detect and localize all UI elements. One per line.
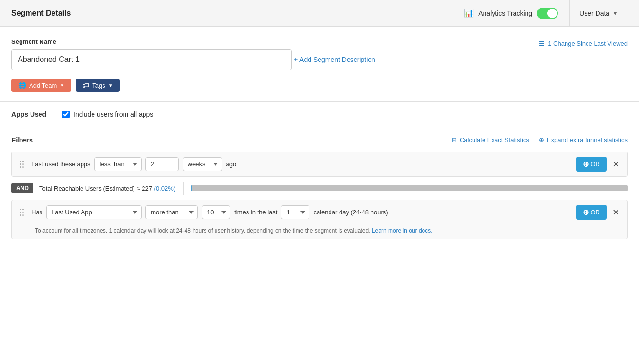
filter-2-or-button[interactable]: ⊕ OR xyxy=(576,205,607,220)
filter-2-note-text: To account for all timezones, 1 calendar… xyxy=(35,227,371,234)
filter-1-or-label: OR xyxy=(591,161,600,168)
segment-name-left: Segment Name Add Segment Description 🌐 A… xyxy=(11,38,375,92)
user-data-label: User Data xyxy=(579,10,609,17)
include-all-apps-label[interactable]: Include users from all apps xyxy=(62,111,153,118)
and-stats-row: AND Total Reachable Users (Estimated) ≈ … xyxy=(11,177,628,200)
stats-text: Total Reachable Users (Estimated) ≈ 227 … xyxy=(39,185,175,192)
filter-1-prefix: Last used these apps xyxy=(31,161,91,168)
filters-header: Filters ⊞ Calculate Exact Statistics ⊕ E… xyxy=(11,136,628,144)
expand-funnel-link[interactable]: ⊕ Expand extra funnel statistics xyxy=(539,136,628,143)
segment-name-label: Segment Name xyxy=(11,38,375,45)
page-title: Segment Details xyxy=(11,9,71,18)
filter-1-period-select[interactable]: hours days weeks months xyxy=(183,157,222,171)
include-all-apps-text: Include users from all apps xyxy=(73,111,153,118)
filter-2-note-link[interactable]: Learn more in our docs. xyxy=(372,227,433,234)
stats-percent: (0.02%) xyxy=(154,185,176,192)
tags-button[interactable]: 🏷 Tags ▼ xyxy=(76,79,119,92)
filter-row-1: Last used these apps less than more than… xyxy=(11,152,628,177)
stats-bar xyxy=(191,185,628,191)
filter-row-2: Has Last Used App First Used App App Ver… xyxy=(11,200,628,239)
add-team-arrow-icon: ▼ xyxy=(60,83,64,88)
change-link[interactable]: ☰ 1 Change Since Last Viewed xyxy=(539,40,628,47)
toggle-knob xyxy=(547,9,557,18)
filter-2-period-select[interactable]: 123 71430 xyxy=(281,205,309,219)
filter-2-or-plus-icon: ⊕ xyxy=(583,208,589,217)
add-team-button[interactable]: 🌐 Add Team ▼ xyxy=(11,79,71,92)
filter-2-drag-handle[interactable] xyxy=(16,207,28,218)
add-description-link[interactable]: Add Segment Description xyxy=(294,56,375,63)
expand-link-text: Expand extra funnel statistics xyxy=(547,136,628,143)
change-link-icon: ☰ xyxy=(539,40,545,47)
analytics-toggle[interactable]: ON xyxy=(537,8,558,19)
filter-row-2-inner: Has Last Used App First Used App App Ver… xyxy=(12,200,627,224)
filter-2-note: To account for all timezones, 1 calendar… xyxy=(12,224,627,239)
filters-title: Filters xyxy=(11,136,33,144)
stats-divider xyxy=(183,182,184,195)
or-plus-icon: ⊕ xyxy=(583,160,589,169)
filter-2-count-select[interactable]: 1235 102050 xyxy=(202,205,230,219)
calculate-stats-link[interactable]: ⊞ Calculate Exact Statistics xyxy=(452,136,529,143)
segment-name-section: Segment Name Add Segment Description 🌐 A… xyxy=(0,27,639,92)
change-since-viewed[interactable]: ☰ 1 Change Since Last Viewed xyxy=(539,38,628,47)
filter-1-or-button[interactable]: ⊕ OR xyxy=(576,157,607,172)
filter-row-1-inner: Last used these apps less than more than… xyxy=(12,152,627,176)
filter-2-attribute-select[interactable]: Last Used App First Used App App Version xyxy=(46,205,142,219)
calc-link-text: Calculate Exact Statistics xyxy=(460,136,529,143)
filter-2-condition-select[interactable]: more than less than exactly xyxy=(145,205,198,219)
filter-2-middle-text: times in the last xyxy=(234,209,277,216)
filter-1-remove-button[interactable]: ✕ xyxy=(610,159,621,170)
stats-main-text: Total Reachable Users (Estimated) ≈ 227 xyxy=(39,185,152,192)
analytics-tracking-section: 📊 Analytics Tracking ON xyxy=(453,0,570,27)
filter-1-drag-handle[interactable] xyxy=(16,159,28,170)
filter-2-prefix: Has xyxy=(31,209,42,216)
globe-icon: 🌐 xyxy=(18,81,26,89)
filter-2-suffix: calendar day (24-48 hours) xyxy=(313,209,388,216)
tags-arrow-icon: ▼ xyxy=(108,83,113,88)
apps-used-section: Apps Used Include users from all apps xyxy=(0,102,639,127)
segment-name-input[interactable] xyxy=(11,49,292,70)
buttons-row: 🌐 Add Team ▼ 🏷 Tags ▼ xyxy=(11,79,375,92)
filter-2-or-label: OR xyxy=(591,209,600,216)
user-data-dropdown[interactable]: User Data ▼ xyxy=(570,0,628,27)
analytics-icon: 📊 xyxy=(464,9,474,18)
app-header: Segment Details 📊 Analytics Tracking ON … xyxy=(0,0,639,27)
expand-icon: ⊕ xyxy=(539,136,544,143)
filter-2-remove-button[interactable]: ✕ xyxy=(610,207,621,218)
add-team-label: Add Team xyxy=(29,82,57,89)
and-badge: AND xyxy=(11,183,33,193)
tag-icon: 🏷 xyxy=(82,81,89,89)
apps-used-label: Apps Used xyxy=(11,111,54,118)
filter-1-condition-select[interactable]: less than more than exactly xyxy=(94,157,142,171)
filter-1-suffix: ago xyxy=(226,161,237,168)
filters-actions: ⊞ Calculate Exact Statistics ⊕ Expand ex… xyxy=(452,136,628,143)
calc-icon: ⊞ xyxy=(452,136,457,143)
include-all-apps-checkbox[interactable] xyxy=(62,111,70,118)
filter-1-value-input[interactable] xyxy=(145,157,179,171)
filters-section: Filters ⊞ Calculate Exact Statistics ⊕ E… xyxy=(0,127,639,239)
tags-label: Tags xyxy=(92,82,105,89)
user-data-arrow-icon: ▼ xyxy=(612,10,618,17)
analytics-label: Analytics Tracking xyxy=(478,10,532,17)
header-right: 📊 Analytics Tracking ON User Data ▼ xyxy=(453,0,628,27)
